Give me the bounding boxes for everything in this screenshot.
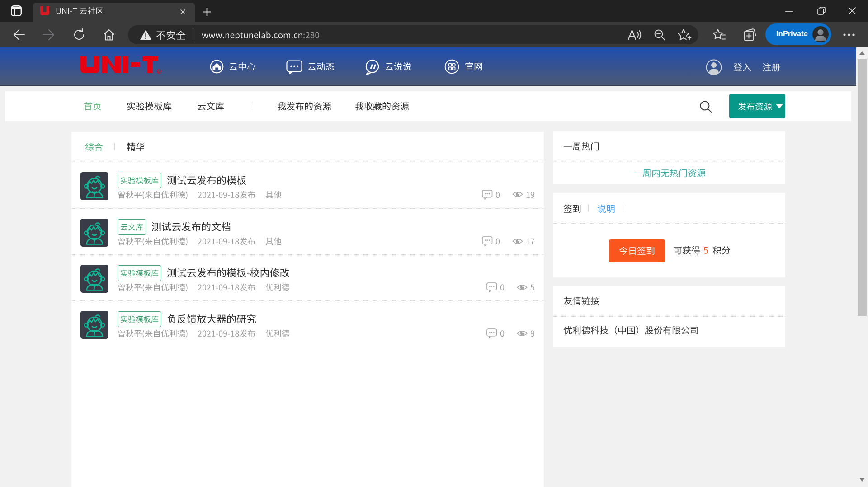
svg-text:R: R bbox=[158, 70, 160, 73]
